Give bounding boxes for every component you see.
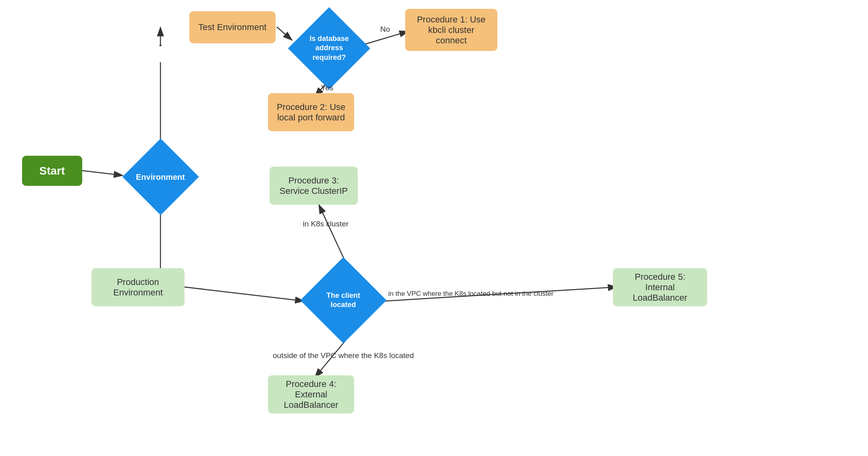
test-environment-node: Test Environment <box>189 11 276 43</box>
db-address-label: Is database address required? <box>300 31 358 65</box>
proc1-label: Procedure 1: Use kbcli cluster connect <box>405 9 497 51</box>
svg-line-9 <box>319 205 345 261</box>
proc2-node: Procedure 2: Use local port forward <box>268 93 354 131</box>
proc3-node: Procedure 3: Service ClusterIP <box>270 167 358 205</box>
proc5-node: Procedure 5: Internal LoadBalancer <box>613 268 707 306</box>
test-env-label: Test Environment <box>189 11 276 43</box>
in-vpc-label: in the VPC where the K8s located but not… <box>388 290 554 298</box>
outside-vpc-label: outside of the VPC where the K8s located <box>273 351 414 360</box>
yes-label: Yes <box>321 83 333 92</box>
production-environment-node: Production Environment <box>91 268 185 306</box>
environment-label: Environment <box>133 168 188 185</box>
db-address-diamond: Is database address required? <box>288 7 370 90</box>
client-located-label: The client located <box>313 287 374 313</box>
svg-line-8 <box>185 287 304 301</box>
proc2-label: Procedure 2: Use local port forward <box>268 93 354 131</box>
start-node: Start <box>22 156 82 186</box>
no-label: No <box>380 25 390 34</box>
production-env-label: Production Environment <box>91 268 185 306</box>
proc4-label: Procedure 4: External LoadBalancer <box>268 375 354 413</box>
start-label: Start <box>22 156 82 186</box>
proc3-label: Procedure 3: Service ClusterIP <box>270 167 358 205</box>
environment-diamond: Environment <box>122 138 199 215</box>
proc4-node: Procedure 4: External LoadBalancer <box>268 375 354 413</box>
svg-marker-12 <box>159 43 162 46</box>
svg-line-1 <box>82 171 123 175</box>
client-located-diamond: The client located <box>300 257 386 343</box>
proc5-label: Procedure 5: Internal LoadBalancer <box>613 268 707 306</box>
flowchart-diagram: Start Environment Test Environment Is da… <box>0 0 868 456</box>
in-k8s-label: in K8s cluster <box>303 220 349 228</box>
proc1-node: Procedure 1: Use kbcli cluster connect <box>405 9 497 51</box>
arrows-layer <box>0 0 868 456</box>
